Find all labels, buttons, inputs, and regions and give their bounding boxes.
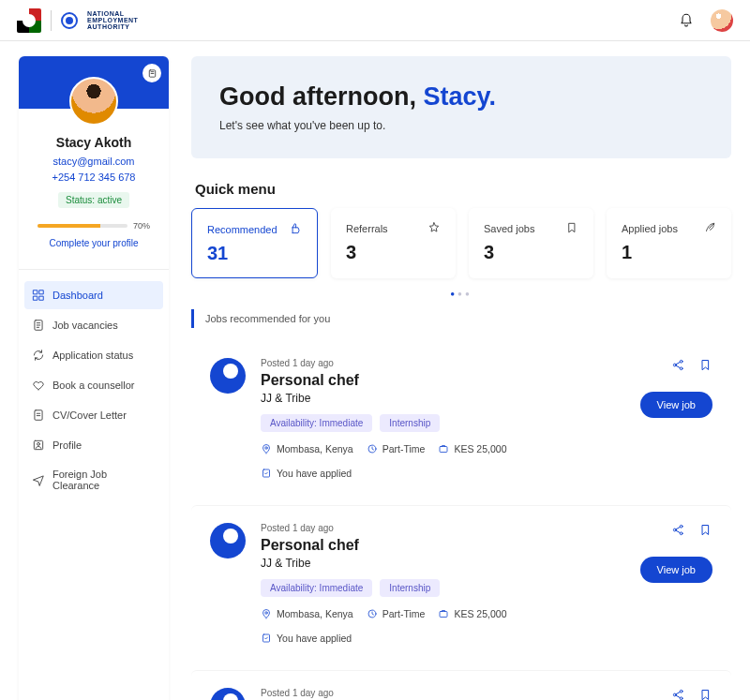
bookmark-job-icon[interactable] bbox=[698, 358, 712, 375]
job-list: Posted 1 day ago Personal chef JJ & Trib… bbox=[191, 341, 731, 700]
svg-rect-2 bbox=[39, 290, 43, 294]
sidebar-item-label: Foreign Job Clearance bbox=[52, 469, 156, 491]
thumbs-up-icon bbox=[289, 222, 302, 237]
company-logo-icon bbox=[210, 523, 246, 559]
topbar: NATIONAL EMPLOYMENT AUTHORITY bbox=[0, 0, 750, 41]
quick-card-label: Applied jobs bbox=[622, 223, 678, 234]
sidebar-item-application-status[interactable]: Application status bbox=[24, 341, 163, 369]
view-job-button[interactable]: View job bbox=[640, 392, 712, 418]
job-posted: Posted 1 day ago bbox=[261, 523, 604, 533]
topbar-right bbox=[679, 9, 733, 32]
nea-logo-icon bbox=[61, 12, 78, 29]
job-card: Posted 1 day ago Personal chef JJ & Trib… bbox=[191, 341, 731, 496]
job-tag: Internship bbox=[380, 414, 440, 432]
svg-point-16 bbox=[265, 612, 268, 615]
edit-profile-icon[interactable] bbox=[142, 64, 161, 82]
greeting-name: Stacy. bbox=[423, 82, 496, 111]
progress-pct: 70% bbox=[133, 221, 150, 231]
svg-point-8 bbox=[38, 442, 40, 445]
sidebar-item-vacancies[interactable]: Job vacancies bbox=[24, 311, 163, 339]
quick-card-applied[interactable]: Applied jobs 1 bbox=[607, 208, 731, 278]
job-title: Personal chef bbox=[261, 372, 604, 389]
job-posted: Posted 1 day ago bbox=[261, 358, 604, 368]
brand-block: NATIONAL EMPLOYMENT AUTHORITY bbox=[17, 8, 138, 33]
sidebar-item-cv[interactable]: CV/Cover Letter bbox=[24, 401, 163, 429]
bookmark-job-icon[interactable] bbox=[698, 688, 712, 700]
job-tag: Availability: Immediate bbox=[261, 414, 372, 432]
bookmark-icon bbox=[565, 221, 578, 236]
carousel-dots[interactable]: ●●● bbox=[191, 290, 731, 298]
svg-rect-4 bbox=[39, 296, 43, 300]
complete-profile-link[interactable]: Complete your profile bbox=[28, 234, 159, 248]
sidebar-item-label: Dashboard bbox=[52, 290, 103, 301]
brand-divider bbox=[51, 10, 52, 31]
document-icon bbox=[32, 409, 45, 422]
greeting-subtitle: Let's see what you've been up to. bbox=[219, 119, 703, 132]
quick-card-value: 1 bbox=[622, 242, 716, 263]
view-job-button[interactable]: View job bbox=[640, 557, 712, 583]
greeting-card: Good afternoon, Stacy. Let's see what yo… bbox=[191, 56, 731, 158]
company-logo-icon bbox=[210, 358, 246, 394]
sidebar-item-foreign-clearance[interactable]: Foreign Job Clearance bbox=[24, 461, 163, 499]
sidebar-item-book-counsellor[interactable]: Book a counsellor bbox=[24, 371, 163, 399]
sidebar-item-label: Profile bbox=[52, 439, 82, 451]
quick-card-value: 3 bbox=[346, 242, 441, 263]
svg-rect-1 bbox=[34, 290, 38, 294]
profile-avatar bbox=[69, 77, 118, 126]
greeting-title: Good afternoon, Stacy. bbox=[219, 82, 703, 112]
share-icon[interactable] bbox=[671, 358, 685, 375]
profile-email[interactable]: stacy@gmail.com bbox=[28, 154, 159, 170]
progress-fill bbox=[38, 224, 100, 228]
job-applied-badge: You have applied bbox=[261, 633, 352, 644]
recommended-jobs-label: Jobs recommended for you bbox=[191, 309, 731, 328]
plane-icon bbox=[32, 473, 45, 486]
coat-of-arms-icon bbox=[17, 8, 41, 33]
quick-card-referrals[interactable]: Referrals 3 bbox=[331, 208, 456, 278]
sidebar-item-label: Book a counsellor bbox=[52, 380, 134, 391]
job-applied-badge: You have applied bbox=[261, 468, 352, 479]
job-type: Part-Time bbox=[367, 608, 426, 619]
job-card: Posted 1 day ago Personal chef JJ & Trib… bbox=[191, 670, 731, 700]
job-tag: Internship bbox=[380, 579, 440, 597]
quick-menu-title: Quick menu bbox=[195, 181, 731, 197]
star-icon bbox=[428, 221, 441, 236]
svg-rect-6 bbox=[35, 410, 42, 421]
quick-menu-row: Recommended 31 Referrals 3 Saved jobs 3 … bbox=[191, 208, 731, 278]
sidebar-item-profile[interactable]: Profile bbox=[24, 431, 163, 459]
quick-card-value: 31 bbox=[207, 243, 302, 264]
job-company: JJ & Tribe bbox=[261, 557, 604, 570]
sidebar-item-label: CV/Cover Letter bbox=[52, 410, 127, 421]
heart-icon bbox=[32, 379, 45, 392]
job-location: Mombasa, Kenya bbox=[261, 443, 353, 454]
job-salary: KES 25,000 bbox=[438, 608, 506, 619]
quick-card-label: Referrals bbox=[346, 223, 388, 234]
job-card: Posted 1 day ago Personal chef JJ & Trib… bbox=[191, 505, 731, 661]
svg-rect-3 bbox=[34, 296, 38, 300]
quick-card-recommended[interactable]: Recommended 31 bbox=[191, 208, 318, 278]
topbar-avatar[interactable] bbox=[711, 9, 733, 32]
user-icon bbox=[32, 439, 45, 452]
sidebar-item-dashboard[interactable]: Dashboard bbox=[24, 281, 163, 309]
profile-phone[interactable]: +254 712 345 678 bbox=[28, 170, 159, 186]
greeting-prefix: Good afternoon, bbox=[219, 82, 423, 111]
job-company: JJ & Tribe bbox=[261, 392, 604, 405]
share-icon[interactable] bbox=[671, 688, 685, 700]
quick-card-label: Saved jobs bbox=[484, 223, 534, 234]
bookmark-job-icon[interactable] bbox=[698, 523, 712, 540]
sidebar-nav: Dashboard Job vacancies Application stat… bbox=[19, 281, 169, 499]
svg-point-9 bbox=[265, 447, 268, 450]
company-logo-icon bbox=[210, 688, 246, 700]
sidebar-item-label: Job vacancies bbox=[52, 320, 118, 331]
share-icon[interactable] bbox=[671, 523, 685, 540]
quick-card-saved[interactable]: Saved jobs 3 bbox=[469, 208, 593, 278]
quick-card-value: 3 bbox=[484, 242, 578, 263]
sidebar: Stacy Akoth stacy@gmail.com +254 712 345… bbox=[19, 56, 169, 700]
notifications-icon[interactable] bbox=[679, 13, 694, 28]
main-content: Good afternoon, Stacy. Let's see what yo… bbox=[191, 56, 731, 700]
svg-rect-18 bbox=[440, 612, 447, 618]
vacancies-icon bbox=[32, 319, 45, 332]
job-location: Mombasa, Kenya bbox=[261, 608, 353, 619]
sidebar-item-label: Application status bbox=[52, 350, 133, 361]
profile-progress: 70% bbox=[38, 221, 150, 231]
sidebar-separator bbox=[19, 269, 169, 270]
